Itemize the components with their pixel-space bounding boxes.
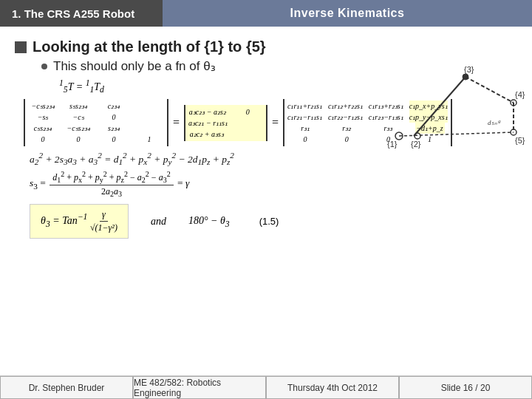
bottom-equations-row: θ3 = Tan−1 γ √(1−γ²) and 180° − θ3 (1.5) [30, 204, 502, 239]
svg-text:{1}: {1} [387, 140, 398, 149]
main-heading: Looking at the length of {1} to {5} [33, 38, 266, 55]
footer: Dr. Stephen Bruder ME 482/582: Robotics … [0, 375, 532, 399]
s3-equation: s3 = d12 + px2 + py2 + pz2 − a22 − a32 2… [30, 170, 517, 199]
sub-heading: This should only be a fn of θ₃ [53, 58, 216, 74]
svg-text:d₅ₙᵍ: d₅ₙᵍ [488, 119, 501, 126]
footer-slide: Slide 16 / 20 [399, 376, 532, 399]
robot-diagram: {1} {2} {3} {4} {5} d₅ₙᵍ [369, 62, 525, 158]
footer-course: ME 482/582: Robotics Engineering [133, 376, 266, 399]
svg-line-1 [466, 77, 514, 103]
main-content: Looking at the length of {1} to {5} This… [0, 27, 532, 239]
header-title-right: Inverse Kinematics [163, 0, 532, 27]
course-title: 1. The CRS A255 Robot [12, 7, 134, 20]
eq-sign-2: = [272, 116, 279, 129]
svg-text:{2}: {2} [411, 140, 421, 149]
header: 1. The CRS A255 Robot Inverse Kinematics [0, 0, 532, 27]
sub-bullet-icon [41, 64, 47, 69]
angle-equation: 180° − θ3 [188, 215, 230, 229]
heading-row: Looking at the length of {1} to {5} [15, 38, 517, 55]
and-text: and [151, 216, 166, 228]
svg-text:{3}: {3} [464, 65, 474, 74]
svg-line-0 [414, 77, 466, 136]
footer-author: Dr. Stephen Bruder [0, 376, 133, 399]
equation-number: (1.5) [259, 216, 279, 227]
section-title: Inverse Kinematics [290, 7, 405, 20]
svg-text:{5}: {5} [515, 136, 525, 145]
highlighted-matrix: a₃c₂₃ − a₂s₂ 0 a₃c₂₁ − r₁₁s₁ a₂c₂ + a₃s₃ [184, 105, 267, 141]
header-title-left: 1. The CRS A255 Robot [0, 0, 163, 27]
bullet-icon [15, 41, 27, 53]
svg-point-6 [463, 74, 468, 80]
footer-date: Thursday 4th Oct 2012 [266, 376, 399, 399]
theta3-equation: θ3 = Tan−1 γ √(1−γ²) [30, 204, 129, 239]
lhs-matrix: −c₅s₂₃₄ s₅s₂₃₄ c₂₃₄ −s₅ −c₅ 0 c₅s₂₃₄ −c₅… [24, 99, 168, 146]
eq-sign-1: = [173, 116, 180, 129]
svg-text:{4}: {4} [515, 90, 525, 99]
